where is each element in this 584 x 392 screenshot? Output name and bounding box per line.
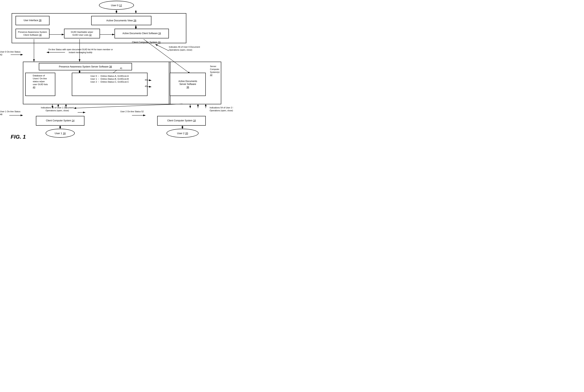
ref-45-label: 45 [145, 85, 147, 88]
fig-label: FIG. 1 [11, 134, 26, 140]
svg-line-13 [155, 44, 169, 51]
database-box: Database ofUsers' On-linestatus w/peruse… [25, 73, 55, 96]
diagram: User 0 12 Client Computer System 10 User… [0, 0, 233, 157]
ref-43-label: 43 [145, 78, 147, 82]
pas-server-label-box: Presence Awareness System Server Softwar… [39, 63, 132, 70]
user0-label: User 0 12 [111, 4, 122, 7]
user-entries-box: User 0 ← Online-Status-A, GUIDList-A Use… [72, 73, 148, 96]
client-computer-system-10-label: Client Computer System 10 [132, 41, 160, 44]
user1-ellipse: User 1 16 [46, 129, 75, 138]
pas-client-box: Presence Awareness SystemClient Software… [16, 29, 50, 38]
user2-online-status-label: User 2 On-line Status 52 [120, 110, 146, 113]
user-interface-box: User Interface 28 [16, 16, 50, 25]
client-computer-system-18-box: Client Computer System 18 [157, 116, 206, 126]
user0-online-status-label: User 0 On-line Status 42 [0, 50, 22, 56]
indications-50-label: Indications 50 of User 1 Document Operat… [41, 106, 74, 112]
ref-41-label: 41 [120, 67, 122, 70]
online-status-guid-label: On-line Status with open document GUID l… [47, 48, 115, 54]
server-systems-label: ServerComputerSystem(s)22 [210, 62, 220, 76]
user1-online-status-label: User 1 On-line Status 48 [0, 110, 22, 116]
active-docs-view-box: Active Documents View 26 [91, 16, 151, 25]
user0-ellipse: User 0 12 [99, 1, 134, 10]
client-computer-system-14-box: Client Computer System 14 [36, 116, 84, 126]
user2-ellipse: User 2 20 [167, 129, 199, 138]
svg-line-24 [74, 104, 182, 108]
guid-hashtable-box: GUID Hashtable w/perGUID User Lists 32 [64, 29, 100, 38]
indicates-46-label: Indicates 46 of User 0 Document Operatio… [169, 46, 208, 51]
active-docs-server-box: Active DocumentsServer Software36 [170, 73, 206, 96]
indications-54-label: Indications 54 of User 2 Document Operat… [210, 106, 233, 112]
active-docs-client-box: Active Documents Client Software 24 [115, 29, 169, 38]
